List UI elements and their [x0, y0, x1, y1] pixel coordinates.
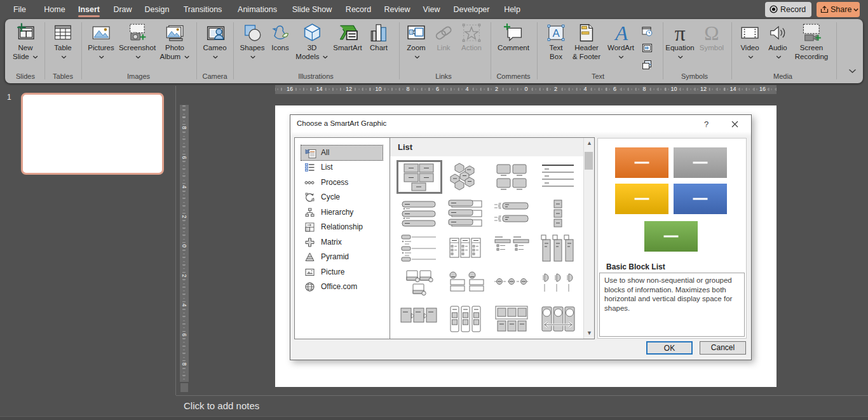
svg-text:Ω: Ω [704, 22, 719, 44]
svg-text:A: A [614, 22, 628, 44]
svg-text:A: A [552, 27, 560, 39]
svg-text:π: π [675, 22, 686, 44]
